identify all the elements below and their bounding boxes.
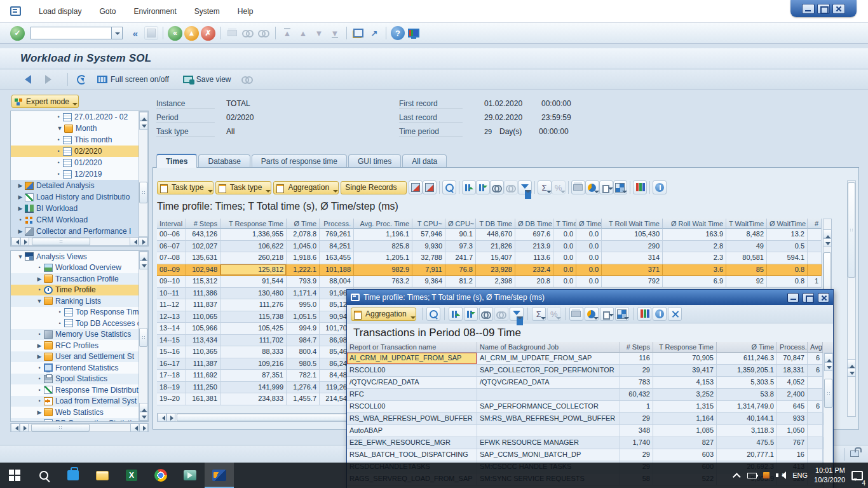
filter-icon[interactable] xyxy=(510,307,524,321)
column-header[interactable]: T Roll Wait Time xyxy=(602,219,663,229)
column-header[interactable]: T DB Time xyxy=(476,219,515,229)
taskbar-search[interactable] xyxy=(29,463,58,488)
start-button[interactable] xyxy=(0,463,29,488)
enter-check-icon[interactable]: ✓ xyxy=(10,26,25,41)
fullscreen-button[interactable]: Full screen on/off xyxy=(92,73,174,86)
column-header[interactable]: Ø CPU~ xyxy=(445,219,476,229)
print-icon[interactable] xyxy=(569,307,583,321)
sort-descending-icon[interactable] xyxy=(476,180,490,194)
tree-item[interactable]: ▶ BI Workload xyxy=(11,203,148,214)
column-header[interactable]: # Steps xyxy=(186,219,220,229)
tree-item[interactable]: ▼ Ranking Lists xyxy=(11,295,148,307)
expander-icon[interactable]: ▶ xyxy=(16,205,25,212)
expander-icon[interactable]: ▶ xyxy=(35,342,44,349)
back-chevron-icon[interactable]: « xyxy=(128,26,142,40)
info-icon[interactable] xyxy=(653,307,667,321)
taskbar-sap[interactable] xyxy=(205,463,234,488)
column-header[interactable]: Interval xyxy=(157,219,186,229)
close-icon[interactable] xyxy=(668,307,682,321)
tree-item[interactable]: • Spool Statistics xyxy=(11,374,148,385)
tree-item[interactable]: • Load from External Syst xyxy=(11,396,148,407)
scroll-thumb[interactable] xyxy=(139,328,147,347)
task-type-button[interactable]: Task type xyxy=(215,181,272,194)
expander-icon[interactable]: ▶ xyxy=(16,228,25,234)
tree-item[interactable]: ▶ Load History and Distributio xyxy=(11,191,148,203)
help-icon[interactable]: ? xyxy=(391,26,405,40)
scroll-down-icon[interactable] xyxy=(823,238,832,247)
tree-item[interactable]: • 12/2019 xyxy=(11,168,148,180)
table-row[interactable]: RSCOLL00SAP_COLLECTOR_FOR_PERFMONITOR293… xyxy=(347,365,833,377)
expander-icon[interactable]: • xyxy=(35,365,44,371)
back-icon[interactable]: « xyxy=(168,26,182,41)
exit-icon[interactable]: ▲ xyxy=(184,26,199,41)
first-page-icon[interactable]: ▲ xyxy=(280,26,294,40)
tab[interactable]: All data xyxy=(402,154,447,168)
minimize-icon[interactable] xyxy=(802,4,815,14)
expander-icon[interactable]: ▶ xyxy=(35,409,44,416)
refresh-icon[interactable] xyxy=(74,72,88,86)
aggregation-button[interactable]: Aggregation xyxy=(273,181,339,194)
find-icon[interactable] xyxy=(490,180,504,194)
restore-icon[interactable] xyxy=(817,4,830,14)
sidebar-h-scrollbar[interactable] xyxy=(10,423,149,432)
scroll-left-icon[interactable] xyxy=(130,237,139,246)
scroll-thumb[interactable] xyxy=(31,424,90,431)
tree-item[interactable]: • Time Profile xyxy=(11,285,148,296)
expander-icon[interactable]: ▶ xyxy=(35,353,44,360)
maximize-icon[interactable] xyxy=(803,293,814,302)
column-header[interactable]: Ø DB Time xyxy=(515,219,553,229)
tree-item[interactable]: • 02/2020 xyxy=(11,146,148,157)
find-next-icon[interactable] xyxy=(494,307,508,321)
scroll-down-icon[interactable] xyxy=(824,362,833,371)
column-header[interactable]: T WaitTime xyxy=(726,219,767,229)
scroll-right-icon[interactable] xyxy=(20,423,29,432)
column-header[interactable]: T Time xyxy=(553,219,576,229)
scroll-up-icon[interactable] xyxy=(823,229,832,238)
table-row[interactable]: 00--06643,1261,336,9552,078.8769,2611,19… xyxy=(157,229,822,241)
tree-item[interactable]: ▼ Month xyxy=(11,123,148,134)
scroll-up-icon[interactable] xyxy=(824,353,833,362)
minimize-icon[interactable] xyxy=(787,293,799,302)
table-row[interactable]: AutoABAP3481,0853,118.31,050 xyxy=(347,425,833,437)
find-icon[interactable] xyxy=(479,307,493,321)
table-row[interactable]: E2E_EFWK_RESOURCE_MGREFWK RESOURCE MANAG… xyxy=(347,437,833,449)
column-header[interactable]: T CPU~ xyxy=(412,219,445,229)
tree-item[interactable]: • Memory Use Statistics xyxy=(11,329,148,341)
expander-icon[interactable]: • xyxy=(54,137,63,143)
table-row[interactable]: RSCOLL00SAP_PERFORMANCE_COLLECTOR11,3151… xyxy=(347,401,833,413)
tree-item[interactable]: ▶ User and Settlement St xyxy=(11,351,148,363)
expander-icon[interactable]: ▶ xyxy=(16,194,25,200)
language-indicator[interactable]: ENG xyxy=(792,471,808,479)
export-icon[interactable] xyxy=(599,180,613,194)
tree-item[interactable]: • Workload Overview xyxy=(11,262,148,274)
expander-icon[interactable]: • xyxy=(35,420,44,421)
customize-layout-icon[interactable] xyxy=(407,26,421,40)
find-icon[interactable] xyxy=(241,26,255,40)
next-page-icon[interactable]: ▼ xyxy=(312,26,326,40)
column-header[interactable]: Report or Transaction name xyxy=(347,342,477,353)
expander-icon[interactable]: ▶ xyxy=(35,276,44,282)
scroll-thumb[interactable] xyxy=(848,182,855,278)
tab[interactable]: Times xyxy=(156,154,197,168)
back-button[interactable] xyxy=(15,73,36,86)
expander-icon[interactable]: • xyxy=(54,114,63,120)
tree-scrollbar[interactable] xyxy=(139,111,148,237)
scroll-down-icon[interactable] xyxy=(139,261,148,269)
expander-icon[interactable]: • xyxy=(55,320,64,327)
column-header[interactable]: T Response Time xyxy=(653,342,717,353)
tree-item[interactable]: • Frontend Statistics xyxy=(11,362,148,374)
sort-ascending-icon[interactable] xyxy=(462,180,476,194)
tree-item[interactable]: • This month xyxy=(11,134,148,146)
scroll-thumb[interactable] xyxy=(139,182,147,203)
save-view-button[interactable]: Save view xyxy=(178,73,236,86)
tree-item[interactable]: ▶ Detailed Analysis xyxy=(11,180,148,191)
column-header[interactable]: Ø Time xyxy=(576,219,602,229)
scroll-up-icon[interactable] xyxy=(847,359,856,368)
forward-button[interactable] xyxy=(40,73,61,86)
command-dropdown-icon[interactable] xyxy=(112,27,123,39)
views-icon[interactable] xyxy=(585,307,599,321)
table-row[interactable]: RSAL_BATCH_TOOL_DISPATCHINGSAP_CCMS_MONI… xyxy=(347,449,833,461)
table-row[interactable]: RFC60,4323,25253.82,400 xyxy=(347,389,833,401)
tab[interactable]: Database xyxy=(198,154,250,168)
find-next-icon[interactable] xyxy=(504,180,518,194)
